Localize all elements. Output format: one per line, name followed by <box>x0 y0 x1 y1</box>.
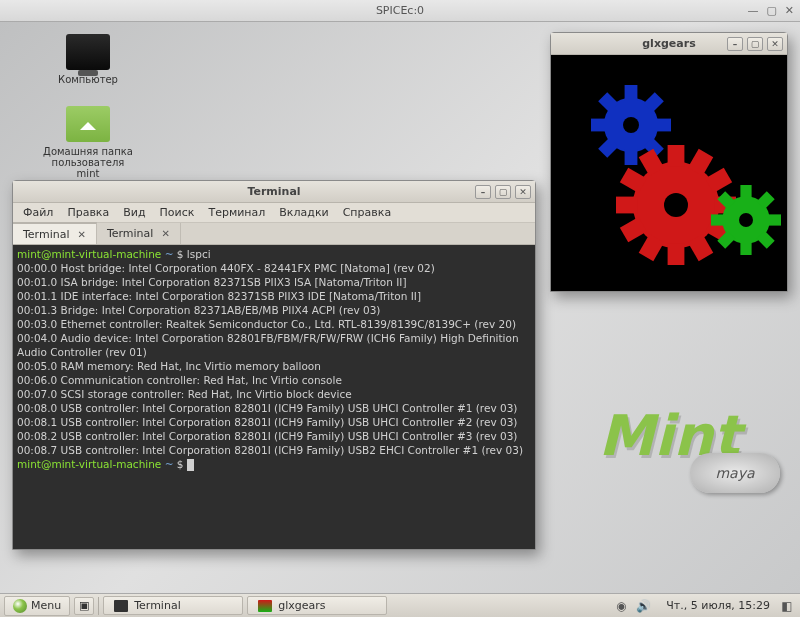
mint-watermark: Mint maya <box>600 403 780 523</box>
terminal-tabstrip: Terminal ✕ Terminal ✕ <box>13 223 535 245</box>
menu-terminal[interactable]: Терминал <box>202 204 271 221</box>
svg-point-9 <box>623 117 639 133</box>
svg-rect-11 <box>668 145 685 167</box>
svg-point-23 <box>664 193 688 217</box>
svg-rect-27 <box>711 214 725 225</box>
task-label: Terminal <box>134 599 181 612</box>
svg-rect-1 <box>625 85 638 101</box>
window-title: Terminal <box>247 185 300 198</box>
window-title: glxgears <box>642 37 695 50</box>
menu-button[interactable]: Menu <box>4 596 70 616</box>
menu-edit[interactable]: Правка <box>61 204 115 221</box>
minimize-button[interactable]: – <box>727 37 743 51</box>
menu-file[interactable]: Файл <box>17 204 59 221</box>
taskbar-clock[interactable]: Чт., 5 июля, 15:29 <box>660 599 776 612</box>
window-controls: – ▢ ✕ <box>475 185 531 199</box>
menu-view[interactable]: Вид <box>117 204 151 221</box>
tab-label: Terminal <box>107 227 154 240</box>
svg-rect-26 <box>740 241 751 255</box>
terminal-menubar: Файл Правка Вид Поиск Терминал Вкладки С… <box>13 203 535 223</box>
taskbar-task-glxgears[interactable]: glxgears <box>247 596 387 615</box>
taskbar-task-terminal[interactable]: Terminal <box>103 596 243 615</box>
desktop-icon-home[interactable]: Домашняя папка пользователя mint <box>40 106 136 179</box>
task-label: glxgears <box>278 599 325 612</box>
terminal-icon <box>114 600 128 612</box>
desktop[interactable]: Mint maya Компьютер Домашняя папка польз… <box>0 22 800 593</box>
terminal-window[interactable]: Terminal – ▢ ✕ Файл Правка Вид Поиск Тер… <box>12 180 536 550</box>
mint-leaf-icon <box>13 599 27 613</box>
terminal-tab-2[interactable]: Terminal ✕ <box>97 223 181 244</box>
minimize-button[interactable]: – <box>475 185 491 199</box>
svg-rect-25 <box>740 185 751 199</box>
tab-close-icon[interactable]: ✕ <box>161 228 169 239</box>
system-tray: ◉ 🔊 <box>608 599 656 613</box>
tab-close-icon[interactable]: ✕ <box>78 229 86 240</box>
glxgears-canvas <box>551 55 787 291</box>
spice-window-controls: — ▢ ✕ <box>747 4 794 17</box>
window-titlebar[interactable]: Terminal – ▢ ✕ <box>13 181 535 203</box>
window-controls: – ▢ ✕ <box>727 37 783 51</box>
menu-tabs[interactable]: Вкладки <box>273 204 334 221</box>
close-icon[interactable]: ✕ <box>785 4 794 17</box>
menu-help[interactable]: Справка <box>337 204 397 221</box>
terminal-body[interactable]: mint@mint-virtual-machine ~ $ lspci00:00… <box>13 245 535 549</box>
svg-rect-4 <box>655 119 671 132</box>
maximize-icon[interactable]: ▢ <box>766 4 776 17</box>
menu-search[interactable]: Поиск <box>154 204 201 221</box>
maximize-button[interactable]: ▢ <box>495 185 511 199</box>
svg-rect-28 <box>767 214 781 225</box>
svg-rect-12 <box>668 243 685 265</box>
minimize-icon[interactable]: — <box>747 4 758 17</box>
spice-titlebar: SPICEc:0 — ▢ ✕ <box>0 0 800 22</box>
svg-point-33 <box>739 213 753 227</box>
home-folder-icon <box>66 106 110 142</box>
close-button[interactable]: ✕ <box>515 185 531 199</box>
close-button[interactable]: ✕ <box>767 37 783 51</box>
show-desktop-icon: ▣ <box>79 599 89 612</box>
window-titlebar[interactable]: glxgears – ▢ ✕ <box>551 33 787 55</box>
menu-label: Menu <box>31 599 61 612</box>
tab-label: Terminal <box>23 228 70 241</box>
shield-icon[interactable]: ◉ <box>614 599 628 613</box>
spice-title: SPICEc:0 <box>376 4 424 17</box>
desktop-icon-computer[interactable]: Компьютер <box>40 34 136 85</box>
computer-icon <box>66 34 110 70</box>
taskbar: Menu ▣ Terminal glxgears ◉ 🔊 Чт., 5 июля… <box>0 593 800 617</box>
svg-rect-13 <box>616 197 638 214</box>
logout-icon[interactable]: ◧ <box>780 599 794 613</box>
volume-icon[interactable]: 🔊 <box>636 599 650 613</box>
desktop-icon-label: Домашняя папка <box>40 146 136 157</box>
glxgears-window[interactable]: glxgears – ▢ ✕ <box>550 32 788 292</box>
gear-green-icon <box>711 185 781 255</box>
svg-rect-3 <box>591 119 607 132</box>
glxgears-icon <box>258 600 272 612</box>
maximize-button[interactable]: ▢ <box>747 37 763 51</box>
maya-badge: maya <box>690 453 780 493</box>
desktop-icon-label: пользователя mint <box>40 157 136 179</box>
show-desktop-button[interactable]: ▣ <box>74 597 94 615</box>
terminal-tab-1[interactable]: Terminal ✕ <box>13 222 97 244</box>
